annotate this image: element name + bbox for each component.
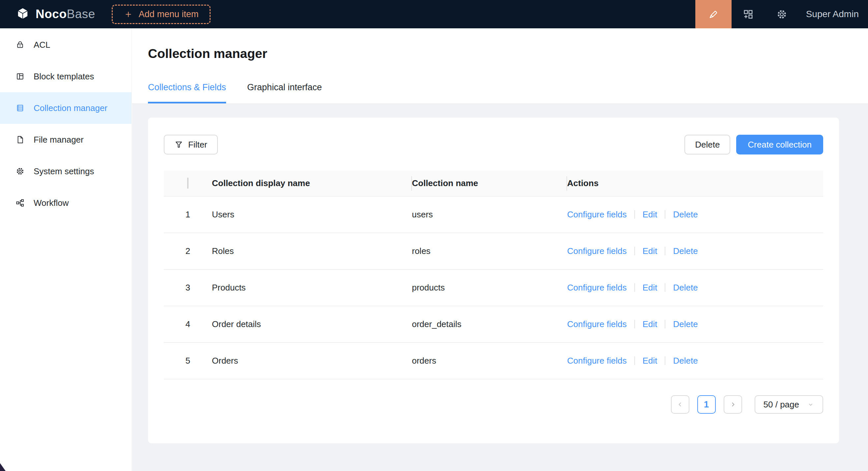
cell-collection-name: products xyxy=(412,269,567,306)
lock-icon xyxy=(16,40,25,49)
sidebar-item-workflow[interactable]: Workflow xyxy=(0,187,131,219)
logo-text: NocoBase xyxy=(36,7,95,21)
action-divider xyxy=(665,247,665,255)
configure-fields-link[interactable]: Configure fields xyxy=(567,319,627,329)
sidebar-item-block-templates[interactable]: Block templates xyxy=(0,61,131,92)
cell-display-name: Users xyxy=(212,196,412,233)
sidebar-item-file-manager[interactable]: File manager xyxy=(0,124,131,156)
action-divider xyxy=(665,210,665,219)
topbar-actions: Super Admin xyxy=(695,0,868,28)
edit-link[interactable]: Edit xyxy=(643,319,657,329)
database-icon xyxy=(16,103,25,113)
tab-label: Graphical interface xyxy=(247,82,322,92)
file-icon xyxy=(16,135,25,144)
header-checkbox-cell xyxy=(164,171,212,196)
table-row: 5 Orders orders Configure fieldsEditDele… xyxy=(164,342,823,379)
collections-table: Collection display name Collection name … xyxy=(164,171,823,379)
tab-collections-and-fields[interactable]: Collections & Fields xyxy=(148,82,226,103)
topbar: NocoBase Add menu item xyxy=(0,0,868,28)
configure-fields-link[interactable]: Configure fields xyxy=(567,209,627,220)
delete-link[interactable]: Delete xyxy=(673,282,698,293)
cell-actions: Configure fieldsEditDelete xyxy=(567,269,823,306)
page-number-button[interactable]: 1 xyxy=(697,395,716,414)
chevron-down-icon xyxy=(807,401,814,408)
sidebar-item-collection-manager[interactable]: Collection manager xyxy=(0,92,131,124)
cube-logo-icon xyxy=(15,7,30,22)
cell-actions: Configure fieldsEditDelete xyxy=(567,196,823,233)
card-toolbar: Filter Delete Create collection xyxy=(164,117,823,155)
action-divider xyxy=(634,283,635,292)
highlighter-icon xyxy=(708,8,719,20)
cell-display-name: Order details xyxy=(212,306,412,342)
collections-card: Filter Delete Create collection xyxy=(148,117,839,443)
edit-link[interactable]: Edit xyxy=(643,209,657,220)
configure-fields-link[interactable]: Configure fields xyxy=(567,282,627,293)
previous-page-button[interactable] xyxy=(671,395,689,414)
sidebar-item-system-settings[interactable]: System settings xyxy=(0,156,131,187)
action-divider xyxy=(665,320,665,328)
cell-collection-name: users xyxy=(412,196,567,233)
filter-icon xyxy=(174,140,183,149)
gear-icon xyxy=(16,167,25,176)
sidebar-item-label: System settings xyxy=(34,166,94,176)
row-index: 2 xyxy=(164,233,212,269)
page-size-value: 50 / page xyxy=(764,400,799,410)
cell-collection-name: order_details xyxy=(412,306,567,342)
sidebar-item-label: Block templates xyxy=(34,71,94,82)
next-page-button[interactable] xyxy=(724,395,742,414)
configure-fields-link[interactable]: Configure fields xyxy=(567,246,627,256)
action-divider xyxy=(634,320,635,328)
delete-link[interactable]: Delete xyxy=(673,356,698,366)
edit-link[interactable]: Edit xyxy=(643,356,657,366)
settings-button[interactable] xyxy=(765,0,799,28)
action-divider xyxy=(634,210,635,219)
delete-link[interactable]: Delete xyxy=(673,246,698,256)
sidebar-item-label: Workflow xyxy=(34,198,68,208)
sidebar-item-acl[interactable]: ACL xyxy=(0,29,131,61)
configure-fields-link[interactable]: Configure fields xyxy=(567,356,627,366)
pagination: 1 50 / page xyxy=(164,395,823,414)
edit-link[interactable]: Edit xyxy=(643,282,657,293)
select-all-checkbox[interactable] xyxy=(187,177,188,189)
tab-bar: Collections & Fields Graphical interface xyxy=(148,82,852,103)
nocobase-logo[interactable]: NocoBase xyxy=(0,7,95,22)
tab-graphical-interface[interactable]: Graphical interface xyxy=(247,82,322,103)
page-header: Collection manager Collections & Fields … xyxy=(132,28,868,104)
row-index: 4 xyxy=(164,306,212,342)
sidebar: ACL Block templates Collection manager F… xyxy=(0,28,132,471)
ui-editor-button[interactable] xyxy=(695,0,732,28)
action-divider xyxy=(634,247,635,255)
delete-button[interactable]: Delete xyxy=(684,135,730,155)
table-row: 3 Products products Configure fieldsEdit… xyxy=(164,269,823,306)
cell-actions: Configure fieldsEditDelete xyxy=(567,233,823,269)
cell-collection-name: orders xyxy=(412,342,567,379)
cell-actions: Configure fieldsEditDelete xyxy=(567,306,823,342)
delete-link[interactable]: Delete xyxy=(673,319,698,329)
cell-display-name: Orders xyxy=(212,342,412,379)
table-row: 2 Roles roles Configure fieldsEditDelete xyxy=(164,233,823,269)
row-index: 5 xyxy=(164,342,212,379)
toolbar-right: Delete Create collection xyxy=(684,135,823,155)
chevron-left-icon xyxy=(676,400,684,409)
row-index: 1 xyxy=(164,196,212,233)
create-collection-label: Create collection xyxy=(748,140,812,150)
main-area: Collection manager Collections & Fields … xyxy=(132,28,868,471)
filter-button[interactable]: Filter xyxy=(164,135,218,155)
edit-link[interactable]: Edit xyxy=(643,246,657,256)
cursor-artifact xyxy=(0,463,6,471)
add-menu-item-button[interactable]: Add menu item xyxy=(112,5,211,24)
action-divider xyxy=(634,357,635,365)
logo-base: Base xyxy=(67,7,95,21)
sidebar-item-label: ACL xyxy=(34,40,51,50)
chevron-right-icon xyxy=(728,400,737,409)
layout-icon xyxy=(16,72,25,81)
delete-link[interactable]: Delete xyxy=(673,209,698,220)
create-collection-button[interactable]: Create collection xyxy=(736,135,823,155)
cell-display-name: Products xyxy=(212,269,412,306)
cell-collection-name: roles xyxy=(412,233,567,269)
plugins-button[interactable] xyxy=(732,0,765,28)
user-menu[interactable]: Super Admin xyxy=(806,9,859,20)
page-size-select[interactable]: 50 / page xyxy=(755,395,823,414)
sidebar-item-label: Collection manager xyxy=(34,103,107,113)
workflow-icon xyxy=(16,198,25,207)
